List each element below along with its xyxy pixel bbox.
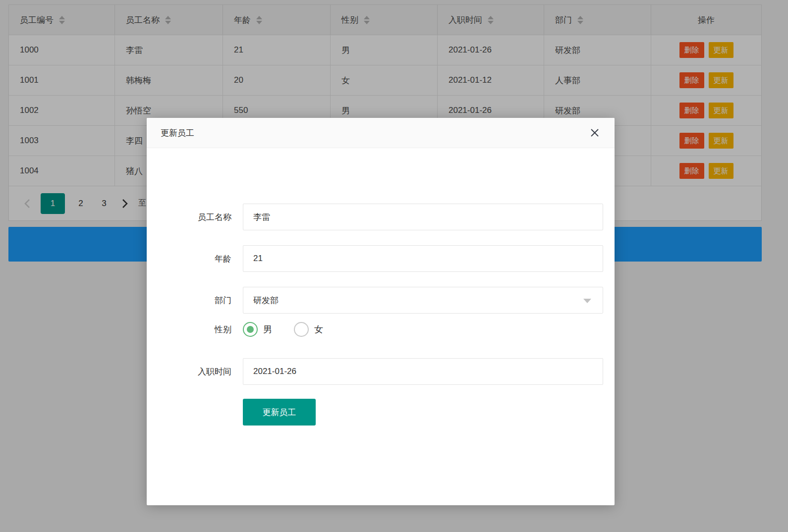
hire-date-input[interactable] [243, 358, 603, 385]
age-input[interactable] [243, 245, 603, 272]
hire-date-field-label: 入职时间 [147, 366, 231, 377]
radio-unselected-icon [294, 322, 309, 337]
form-row-name: 员工名称 [147, 204, 615, 230]
form-row-age: 年龄 [147, 245, 615, 272]
department-field-label: 部门 [147, 295, 231, 306]
gender-field-label: 性别 [147, 324, 231, 335]
form-row-hire-date: 入职时间 [147, 358, 615, 385]
submit-update-button[interactable]: 更新员工 [243, 399, 316, 426]
name-field-label: 员工名称 [147, 212, 231, 223]
department-select[interactable] [243, 287, 603, 314]
modal-header: 更新员工 [147, 118, 615, 148]
form-row-department: 部门 [147, 287, 615, 314]
gender-radio-male[interactable]: 男 [243, 322, 272, 337]
age-field-label: 年龄 [147, 253, 231, 265]
form-row-gender: 性别 男 女 [147, 316, 615, 343]
gender-radio-female[interactable]: 女 [294, 322, 323, 337]
close-icon[interactable] [589, 127, 601, 139]
radio-selected-icon [243, 322, 258, 337]
update-employee-modal: 更新员工 员工名称 年龄 部门 性别 男 [147, 118, 615, 505]
department-select-value[interactable] [243, 287, 603, 314]
modal-body: 员工名称 年龄 部门 性别 男 女 [147, 148, 615, 505]
modal-title: 更新员工 [161, 127, 194, 139]
employee-name-input[interactable] [243, 204, 603, 230]
